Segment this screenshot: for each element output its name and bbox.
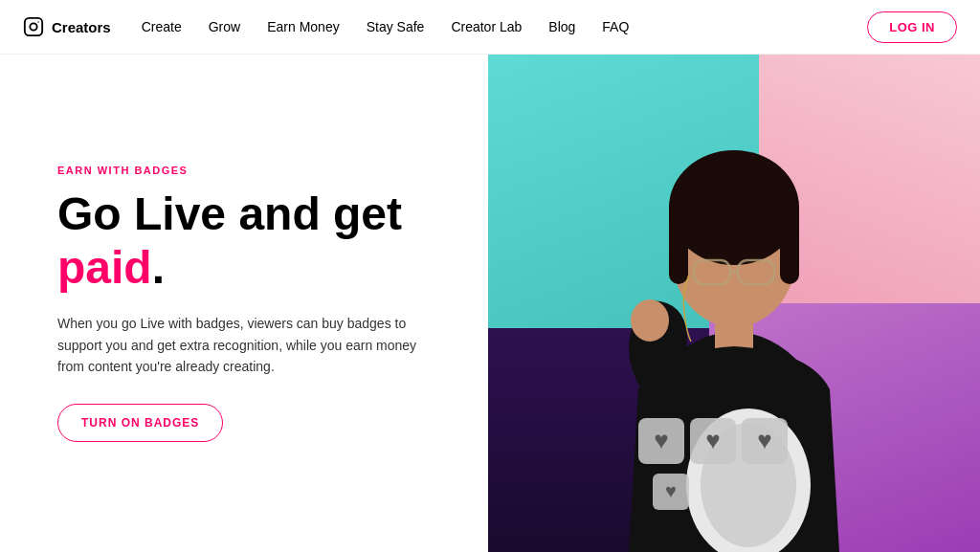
nav-link-create[interactable]: Create [142,19,182,34]
nav-item-creator-lab[interactable]: Creator Lab [451,18,522,35]
nav-item-stay-safe[interactable]: Stay Safe [367,18,425,35]
svg-text:♥: ♥ [654,426,668,454]
instagram-icon [23,16,44,37]
hero-eyebrow: EARN WITH BADGES [57,165,440,176]
nav-item-faq[interactable]: FAQ [602,18,629,35]
hero-description: When you go Live with badges, viewers ca… [57,313,421,377]
svg-rect-0 [25,18,42,35]
brand-label: Creators [52,19,111,35]
svg-text:♥: ♥ [665,480,677,501]
hero-headline-pink: paid [57,242,152,293]
nav-item-create[interactable]: Create [142,18,182,35]
nav-item-blog[interactable]: Blog [548,18,575,35]
nav-link-blog[interactable]: Blog [548,19,575,34]
hero-left-panel: EARN WITH BADGES Go Live and get paid. W… [0,55,488,552]
nav-link-stay-safe[interactable]: Stay Safe [367,19,425,34]
cta-button[interactable]: TURN ON BADGES [57,404,223,442]
login-button[interactable]: LOG IN [867,11,957,43]
svg-rect-7 [780,198,799,284]
nav-item-earn-money[interactable]: Earn Money [267,18,339,35]
svg-text:♥: ♥ [705,426,720,454]
svg-text:♥: ♥ [757,426,771,454]
svg-point-2 [37,21,38,22]
svg-point-1 [30,23,36,30]
main-nav: Creators Create Grow Earn Money Stay Saf… [0,0,980,55]
main-content: EARN WITH BADGES Go Live and get paid. W… [0,55,980,552]
nav-item-grow[interactable]: Grow [209,18,240,35]
hero-right-panel: ♥ ♥ ♥ ♥ [488,55,980,552]
svg-rect-6 [669,198,688,284]
brand-link[interactable]: Creators [23,16,111,37]
svg-point-5 [669,150,799,265]
hero-headline-dot: . [152,242,165,293]
nav-link-grow[interactable]: Grow [209,19,240,34]
svg-point-12 [631,299,669,342]
nav-link-creator-lab[interactable]: Creator Lab [451,19,522,34]
nav-link-earn-money[interactable]: Earn Money [267,19,339,34]
hero-headline-line1: Go Live and get [57,189,440,240]
nav-link-faq[interactable]: FAQ [602,19,629,34]
hero-headline-line2: paid. [57,243,440,294]
hero-image: ♥ ♥ ♥ ♥ [488,55,980,552]
nav-links: Create Grow Earn Money Stay Safe Creator… [142,18,868,35]
person-silhouette: ♥ ♥ ♥ ♥ [581,83,887,552]
